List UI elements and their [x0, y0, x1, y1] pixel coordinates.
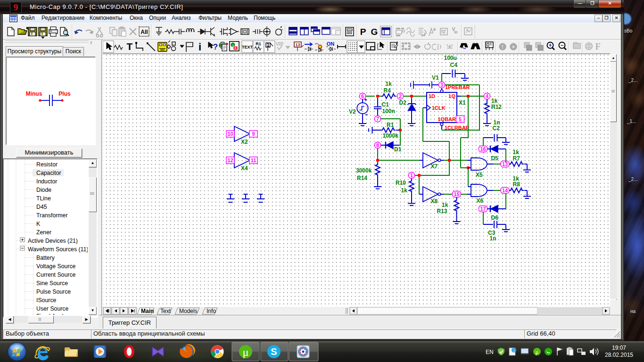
- svg-text:100u: 100u: [444, 55, 457, 61]
- svg-text:P: P: [360, 27, 366, 37]
- svg-text:ID: ID: [454, 31, 458, 34]
- svg-text:R13: R13: [437, 208, 447, 214]
- svg-text:C1: C1: [382, 101, 389, 108]
- svg-text:μ: μ: [536, 349, 538, 355]
- svg-text:8: 8: [376, 142, 379, 148]
- svg-text:13: 13: [295, 42, 300, 47]
- svg-text:X7: X7: [431, 163, 438, 170]
- svg-text:Transformer: Transformer: [36, 212, 68, 219]
- svg-text:×: ×: [512, 44, 515, 49]
- svg-text:Text: Text: [160, 308, 171, 314]
- svg-text:1QBAR: 1QBAR: [438, 116, 456, 122]
- svg-text:Capacitor: Capacitor: [36, 170, 61, 176]
- svg-text:D6: D6: [491, 214, 499, 221]
- svg-text:?: ?: [213, 42, 218, 51]
- svg-text:6: 6: [361, 93, 364, 99]
- svg-text:Voltage Source: Voltage Source: [36, 263, 76, 270]
- svg-text:Active Devices (21): Active Devices (21): [28, 238, 78, 244]
- svg-text:D1: D1: [394, 146, 402, 153]
- svg-text:Resistor: Resistor: [36, 161, 58, 168]
- svg-text:1D: 1D: [429, 93, 435, 99]
- svg-text:R7: R7: [513, 155, 520, 162]
- svg-text:1PREBAR: 1PREBAR: [445, 84, 470, 90]
- svg-text:1k: 1k: [386, 81, 392, 87]
- svg-text:X5: X5: [476, 172, 483, 178]
- svg-text:Current Source: Current Source: [36, 272, 76, 278]
- svg-text:R1: R1: [387, 122, 394, 128]
- svg-text:R10: R10: [396, 180, 406, 186]
- svg-text:EN: EN: [486, 349, 494, 355]
- svg-text:TLine: TLine: [36, 195, 51, 202]
- svg-text:1: 1: [267, 42, 270, 48]
- svg-text:All: All: [140, 29, 148, 35]
- svg-text:13: 13: [502, 161, 508, 167]
- svg-text:!: !: [502, 44, 503, 49]
- svg-text:Models: Models: [179, 308, 198, 314]
- svg-text:F: F: [595, 41, 601, 51]
- svg-text:R8: R8: [513, 181, 520, 188]
- svg-text:C4: C4: [450, 62, 458, 68]
- svg-text:1n: 1n: [490, 235, 496, 242]
- svg-text:T: T: [127, 41, 133, 52]
- svg-text:Battery: Battery: [36, 255, 55, 261]
- svg-text:X4: X4: [241, 165, 248, 172]
- svg-text:D5: D5: [491, 155, 499, 162]
- svg-text:K: K: [36, 221, 41, 227]
- svg-text:1k: 1k: [401, 187, 408, 194]
- svg-text:2: 2: [399, 93, 402, 99]
- svg-text:7: 7: [376, 116, 379, 122]
- svg-text:1k: 1k: [442, 202, 448, 208]
- svg-text:100n: 100n: [382, 108, 395, 115]
- svg-text:X6: X6: [477, 197, 484, 204]
- svg-text:D2: D2: [399, 99, 407, 106]
- svg-text:Plus: Plus: [58, 90, 71, 97]
- svg-text:Minus: Minus: [26, 90, 42, 97]
- svg-text:X2: X2: [241, 139, 248, 145]
- svg-text:14: 14: [502, 188, 508, 193]
- svg-text:×: ×: [234, 46, 237, 50]
- svg-text:R1: R1: [256, 41, 261, 46]
- svg-text:4: 4: [486, 93, 489, 99]
- svg-text:ISource: ISource: [36, 297, 57, 304]
- svg-text:R4: R4: [384, 87, 391, 94]
- svg-text:1k: 1k: [513, 149, 520, 156]
- svg-text:R14: R14: [357, 175, 367, 181]
- svg-text:G: G: [371, 27, 378, 37]
- svg-text:28.02.2015: 28.02.2015: [605, 352, 633, 358]
- svg-text:μ: μ: [243, 346, 249, 358]
- svg-text:i: i: [198, 41, 201, 53]
- svg-text:11: 11: [251, 157, 256, 163]
- svg-text:V2: V2: [349, 108, 356, 115]
- svg-text:1Q: 1Q: [448, 93, 455, 99]
- svg-text:16: 16: [480, 146, 486, 152]
- svg-text:17: 17: [480, 206, 486, 212]
- svg-text:ON: ON: [327, 41, 335, 47]
- svg-text:Info: Info: [206, 308, 216, 314]
- svg-text:1CLRBAR: 1CLRBAR: [445, 125, 470, 131]
- svg-text:Pulse Source: Pulse Source: [36, 288, 71, 295]
- svg-text:Inductor: Inductor: [36, 178, 57, 185]
- svg-text:1: 1: [410, 173, 413, 178]
- svg-text:V1: V1: [432, 74, 439, 81]
- svg-text:R12: R12: [491, 104, 502, 110]
- svg-text:3: 3: [440, 82, 443, 88]
- svg-text:12: 12: [227, 157, 233, 163]
- svg-text:i: i: [513, 349, 514, 353]
- svg-text:10: 10: [227, 131, 233, 137]
- svg-text:1CLK: 1CLK: [432, 105, 446, 111]
- svg-text:Zener: Zener: [36, 229, 51, 236]
- svg-text:Sine Source: Sine Source: [36, 280, 68, 287]
- svg-text:C2: C2: [493, 125, 500, 132]
- svg-text:D45: D45: [36, 204, 47, 210]
- svg-text:1000k: 1000k: [383, 132, 399, 139]
- svg-text:−: −: [560, 42, 563, 49]
- svg-text:X8: X8: [431, 198, 438, 205]
- svg-text:Fixed Analog: Fixed Analog: [36, 313, 70, 315]
- svg-text:5: 5: [459, 116, 462, 122]
- svg-text:9: 9: [252, 131, 255, 137]
- svg-text:15: 15: [454, 191, 459, 197]
- svg-text:X1: X1: [459, 99, 466, 106]
- svg-text:S: S: [271, 346, 277, 357]
- svg-text:User Source: User Source: [36, 305, 69, 312]
- svg-text:Waveform Sources (11): Waveform Sources (11): [28, 246, 88, 253]
